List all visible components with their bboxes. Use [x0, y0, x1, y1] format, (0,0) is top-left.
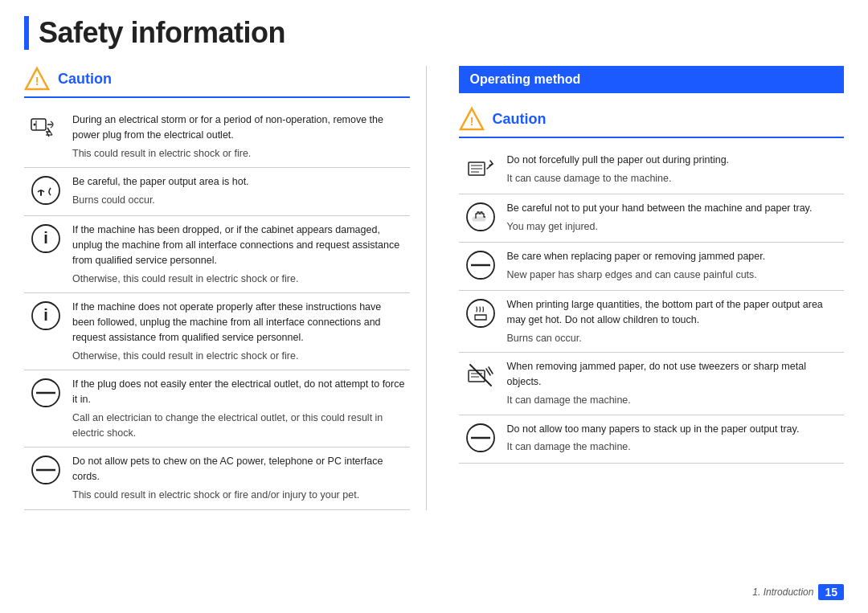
row-sub-text: This could result in electric shock or f… — [72, 488, 405, 503]
caution-label-left: Caution — [58, 71, 112, 88]
table-row: Do not allow pets to chew on the AC powe… — [24, 447, 410, 509]
no-touch-icon — [465, 249, 497, 281]
footer-label: 1. Introduction — [752, 586, 813, 598]
text-cell: When printing large quantities, the bott… — [502, 291, 845, 353]
icon-cell — [459, 194, 502, 243]
no-entry2-icon — [30, 454, 62, 486]
table-row: If the plug does not easily enter the el… — [24, 370, 410, 447]
row-sub-text: It can damage the machine. — [507, 439, 840, 455]
row-main-text: Do not allow pets to chew on the AC powe… — [72, 454, 405, 484]
text-cell: If the machine does not operate properly… — [68, 293, 410, 370]
row-main-text: Be careful, the paper output area is hot… — [72, 174, 405, 190]
row-main-text: If the machine does not operate properly… — [72, 300, 405, 345]
row-main-text: When removing jammed paper, do not use t… — [507, 359, 840, 390]
row-sub-text: Call an electrician to change the electr… — [72, 411, 405, 441]
caution-table-right: Do not forcefully pull the paper out dur… — [459, 146, 845, 464]
svg-rect-23 — [473, 217, 485, 221]
text-cell: Be careful not to put your hand between … — [502, 194, 845, 243]
text-cell: If the machine has been dropped, or if t… — [68, 216, 410, 293]
caution-header-right: ! Caution — [459, 106, 845, 132]
icon-cell — [459, 353, 502, 415]
caution-triangle-icon: ! — [24, 66, 50, 92]
row-main-text: If the machine has been dropped, or if t… — [72, 223, 405, 268]
svg-text:i: i — [43, 306, 48, 324]
hand-warning-icon — [465, 201, 497, 233]
icon-cell — [24, 106, 68, 168]
table-row: Do not allow too many papers to stack up… — [459, 415, 845, 463]
text-cell: Do not allow too many papers to stack up… — [502, 415, 845, 463]
page: Safety information ! Caution — [0, 0, 868, 550]
icon-cell — [459, 415, 502, 463]
row-main-text: Do not allow too many papers to stack up… — [507, 422, 840, 437]
row-main-text: When printing large quantities, the bott… — [507, 297, 840, 328]
svg-point-26 — [467, 300, 494, 327]
table-row: i If the machine does not operate proper… — [24, 293, 410, 370]
row-sub-text: New paper has sharp edges and can cause … — [507, 268, 840, 283]
left-column: ! Caution — [24, 66, 427, 510]
no-pull-icon — [465, 153, 497, 185]
row-sub-text: Otherwise, this could result in electric… — [72, 272, 405, 287]
icon-cell: i — [24, 216, 68, 293]
text-cell: If the plug does not easily enter the el… — [68, 370, 410, 447]
icon-cell — [459, 243, 502, 291]
right-column: Operating method ! Caution — [451, 66, 845, 510]
info-circle-icon: i — [30, 223, 62, 255]
row-main-text: Do not forcefully pull the paper out dur… — [507, 153, 840, 168]
page-title: Safety information — [24, 16, 844, 50]
icon-cell: i — [24, 293, 68, 370]
svg-line-30 — [470, 365, 491, 386]
table-row: Do not forcefully pull the paper out dur… — [459, 146, 845, 194]
caution-label-right: Caution — [493, 111, 547, 128]
section-divider-left — [24, 96, 410, 98]
table-row: Be careful not to put your hand between … — [459, 194, 845, 243]
info-circle2-icon: i — [30, 300, 62, 332]
text-cell: Do not allow pets to chew on the AC powe… — [68, 447, 410, 509]
two-column-layout: ! Caution — [24, 66, 844, 510]
table-row: When printing large quantities, the bott… — [459, 291, 845, 353]
text-cell: Be care when replacing paper or removing… — [502, 243, 845, 291]
row-sub-text: This could result in electric shock or f… — [72, 146, 405, 161]
text-cell: When removing jammed paper, do not use t… — [502, 353, 845, 415]
row-sub-text: You may get injured. — [507, 219, 840, 235]
icon-cell — [459, 146, 502, 194]
section-divider-right — [459, 137, 845, 138]
row-main-text: Be careful not to put your hand between … — [507, 201, 840, 216]
no-tweezer-icon — [465, 359, 497, 391]
row-sub-text: It can cause damage to the machine. — [507, 171, 840, 186]
svg-text:!: ! — [469, 115, 473, 128]
svg-text:!: ! — [35, 75, 39, 88]
svg-point-6 — [32, 177, 59, 204]
table-row: When removing jammed paper, do not use t… — [459, 353, 845, 415]
svg-point-3 — [34, 124, 36, 126]
row-sub-text: It can damage the machine. — [507, 393, 840, 408]
icon-cell — [24, 447, 68, 509]
no-stack-icon — [465, 422, 497, 454]
row-sub-text: Burns could occur. — [72, 193, 405, 208]
table-row: Be careful, the paper output area is hot… — [24, 168, 410, 216]
caution-table-left: During an electrical storm or for a peri… — [24, 106, 410, 510]
no-entry-icon — [30, 377, 62, 409]
row-sub-text: Otherwise, this could result in electric… — [72, 349, 405, 364]
page-footer: 1. Introduction 15 — [752, 584, 844, 600]
caution-header-left: ! Caution — [24, 66, 410, 92]
table-row: i If the machine has been dropped, or if… — [24, 216, 410, 293]
row-sub-text: Burns can occur. — [507, 331, 840, 346]
icon-cell — [459, 291, 502, 353]
table-row: Be care when replacing paper or removing… — [459, 243, 845, 291]
row-main-text: If the plug does not easily enter the el… — [72, 377, 405, 407]
row-main-text: Be care when replacing paper or removing… — [507, 249, 840, 264]
icon-cell — [24, 168, 68, 216]
hot-output-icon — [30, 174, 62, 206]
row-main-text: During an electrical storm or for a peri… — [72, 112, 405, 143]
text-cell: Be careful, the paper output area is hot… — [68, 168, 410, 216]
icon-cell — [24, 370, 68, 447]
text-cell: Do not forcefully pull the paper out dur… — [502, 146, 845, 194]
operating-method-header: Operating method — [459, 66, 845, 93]
table-row: During an electrical storm or for a peri… — [24, 106, 410, 168]
electrical-storm-icon — [30, 112, 62, 145]
text-cell: During an electrical storm or for a peri… — [68, 106, 410, 168]
svg-text:i: i — [43, 229, 48, 247]
caution-triangle-icon-right: ! — [459, 106, 485, 132]
hot-bottom-icon — [465, 297, 497, 329]
page-number: 15 — [818, 584, 844, 600]
